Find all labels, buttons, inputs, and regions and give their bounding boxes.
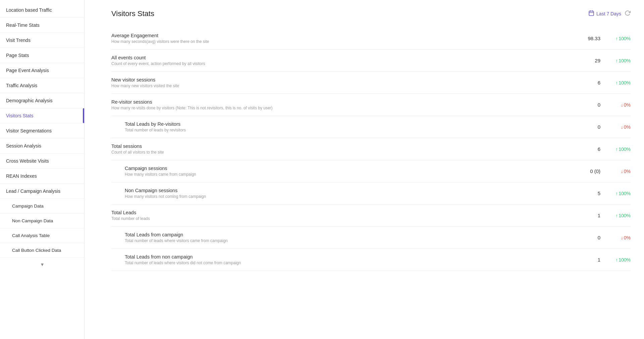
sidebar-chevron[interactable]: ▾: [0, 258, 84, 271]
stat-name: Re-visitor sessions: [111, 99, 567, 105]
date-filter-button[interactable]: Last 7 Days: [588, 10, 621, 18]
stat-row: All events countCount of every event, ac…: [111, 50, 631, 72]
stat-name: Total Leads from non campaign: [125, 254, 567, 260]
stat-change: 0%: [600, 235, 631, 240]
arrow-up-icon: [615, 191, 618, 196]
stat-name: Campaign sessions: [125, 166, 567, 171]
stat-desc: Total number of leads by revisitors: [125, 128, 567, 132]
sidebar-item-demographic-analysis[interactable]: Demographic Analysis: [0, 93, 84, 108]
sidebar-item-call-analysis-table[interactable]: Call Analysis Table: [0, 228, 84, 243]
arrow-up-icon: [615, 58, 618, 63]
stat-value: 0 (0): [567, 168, 600, 174]
stat-desc: How many seconds(avg) visitors were ther…: [111, 39, 567, 44]
sidebar-item-session-analysis[interactable]: Session Analysis: [0, 138, 84, 154]
stat-row: Average EngagementHow many seconds(avg) …: [111, 27, 631, 50]
stat-row: New visitor sessionsHow many new visitor…: [111, 72, 631, 94]
stat-change: 0%: [600, 124, 631, 130]
sidebar-item-lead-campaign-analysis[interactable]: Lead / Campaign Analysis: [0, 184, 84, 199]
stat-change: 100%: [600, 58, 631, 63]
arrow-up-icon: [615, 257, 618, 263]
stat-row: Total Leads from campaignTotal number of…: [111, 227, 631, 249]
stat-name: Average Engagement: [111, 33, 567, 38]
sidebar-item-rean-indexes[interactable]: REAN Indexes: [0, 169, 84, 184]
stat-info: Total sessionsCount of all visitors to t…: [111, 144, 567, 155]
stat-row: Total Leads from non campaignTotal numbe…: [111, 249, 631, 271]
calendar-icon: [588, 10, 594, 18]
stat-desc: Total number of leads: [111, 216, 567, 221]
svg-rect-0: [589, 11, 594, 16]
sidebar-item-location-based-traffic[interactable]: Location based Traffic: [0, 3, 84, 18]
stat-row: Total LeadsTotal number of leads1100%: [111, 205, 631, 227]
stat-info: Re-visitor sessionsHow many re-visits do…: [111, 99, 567, 110]
stat-value: 0: [567, 124, 600, 130]
stat-info: All events countCount of every event, ac…: [111, 55, 567, 66]
stat-desc: How many visitors came from campaign: [125, 172, 567, 177]
arrow-up-icon: [615, 80, 618, 86]
stat-change: 100%: [600, 213, 631, 218]
sidebar-item-cross-website-visits[interactable]: Cross Website Visits: [0, 154, 84, 169]
stat-desc: Total number of leads where visitors did…: [125, 261, 567, 265]
stat-row: Campaign sessionsHow many visitors came …: [111, 160, 631, 182]
stat-value: 6: [567, 146, 600, 152]
sidebar: Location based TrafficReal-Time StatsVis…: [0, 0, 85, 339]
sidebar-item-non-campaign-data[interactable]: Non Campaign Data: [0, 214, 84, 228]
stat-name: Total sessions: [111, 144, 567, 149]
sidebar-item-visitor-segmentations[interactable]: Visitor Segmentations: [0, 123, 84, 138]
header-controls: Last 7 Days: [588, 10, 631, 18]
date-filter-label: Last 7 Days: [596, 11, 621, 16]
stat-change: 100%: [600, 147, 631, 152]
stat-change: 0%: [600, 169, 631, 174]
stat-change: 100%: [600, 191, 631, 196]
stat-value: 29: [567, 58, 600, 63]
stat-change: 100%: [600, 36, 631, 41]
stat-info: New visitor sessionsHow many new visitor…: [111, 77, 567, 88]
stat-name: Total Leads: [111, 210, 567, 215]
sidebar-item-page-event-analysis[interactable]: Page Event Analysis: [0, 63, 84, 78]
stat-name: New visitor sessions: [111, 77, 567, 82]
stat-desc: How many new visitors visited the site: [111, 83, 567, 88]
stat-change: 100%: [600, 257, 631, 263]
sidebar-item-traffic-analysis[interactable]: Traffic Analysis: [0, 78, 84, 93]
sidebar-item-visitors-stats[interactable]: Visitors Stats: [0, 108, 84, 123]
main-content: Visitors Stats Last 7 Days: [85, 0, 644, 339]
stat-info: Total Leads from non campaignTotal numbe…: [111, 254, 567, 265]
arrow-down-icon: [621, 102, 623, 108]
stat-name: Total Leads by Re-visitors: [125, 121, 567, 127]
stat-desc: How many visitors not coming from campai…: [125, 194, 567, 199]
refresh-icon[interactable]: [625, 10, 631, 18]
stat-desc: How many re-visits done by visitors (Not…: [111, 106, 567, 110]
stat-name: Total Leads from campaign: [125, 232, 567, 237]
stat-change: 0%: [600, 102, 631, 108]
stat-row: Non Campaign sessionsHow many visitors n…: [111, 182, 631, 205]
page-header: Visitors Stats Last 7 Days: [111, 9, 631, 18]
stat-info: Non Campaign sessionsHow many visitors n…: [111, 188, 567, 199]
stat-row: Total sessionsCount of all visitors to t…: [111, 138, 631, 160]
stat-value: 5: [567, 190, 600, 196]
stat-row: Re-visitor sessionsHow many re-visits do…: [111, 94, 631, 116]
arrow-up-icon: [615, 147, 618, 152]
stat-change: 100%: [600, 80, 631, 86]
stat-desc: Count of all visitors to the site: [111, 150, 567, 155]
arrow-down-icon: [621, 235, 623, 240]
stat-info: Total Leads from campaignTotal number of…: [111, 232, 567, 243]
stat-info: Total LeadsTotal number of leads: [111, 210, 567, 221]
stat-name: Non Campaign sessions: [125, 188, 567, 193]
stat-row: Total Leads by Re-visitorsTotal number o…: [111, 116, 631, 138]
sidebar-item-page-stats[interactable]: Page Stats: [0, 48, 84, 63]
arrow-up-icon: [615, 36, 618, 41]
sidebar-item-real-time-stats[interactable]: Real-Time Stats: [0, 18, 84, 33]
stat-info: Total Leads by Re-visitorsTotal number o…: [111, 121, 567, 132]
page-title: Visitors Stats: [111, 9, 154, 18]
sidebar-item-visit-trends[interactable]: Visit Trends: [0, 33, 84, 48]
stat-desc: Count of every event, action performed b…: [111, 61, 567, 66]
stat-value: 1: [567, 257, 600, 263]
stat-info: Campaign sessionsHow many visitors came …: [111, 166, 567, 177]
stat-value: 6: [567, 80, 600, 86]
stat-info: Average EngagementHow many seconds(avg) …: [111, 33, 567, 44]
stat-name: All events count: [111, 55, 567, 60]
stats-table: Average EngagementHow many seconds(avg) …: [111, 27, 631, 271]
sidebar-item-campaign-data[interactable]: Campaign Data: [0, 199, 84, 214]
sidebar-item-call-button-clicked-data[interactable]: Call Button Clicked Data: [0, 243, 84, 258]
stat-desc: Total number of leads where visitors cam…: [125, 238, 567, 243]
arrow-down-icon: [621, 124, 623, 130]
